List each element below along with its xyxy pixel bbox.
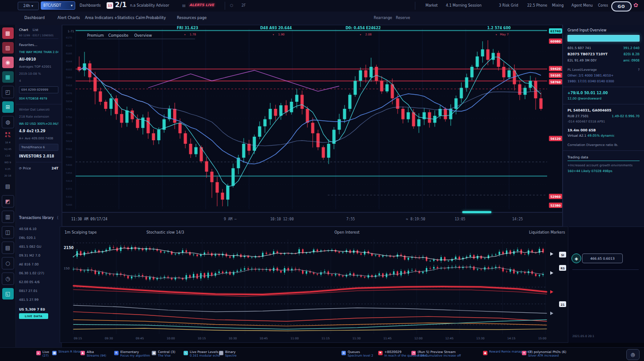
- alert-status[interactable]: ALERTS LIVE: [189, 3, 214, 7]
- clock-icon[interactable]: ◷: [2, 273, 14, 285]
- sidebar-item: Averages TOP 42001: [19, 63, 58, 70]
- sidebar-tabs[interactable]: ChartList: [19, 27, 58, 34]
- pane-title[interactable]: 1m Scalping tape: [65, 230, 97, 234]
- panel-row: +79/4.0 50.01 12.00: [567, 90, 640, 96]
- status-group[interactable]: ◫BinarySpectre: [219, 350, 237, 358]
- status-line2[interactable]: Focus my algorithm: [120, 354, 150, 358]
- stat-row[interactable]: 09.31 M2 7.0: [19, 251, 58, 260]
- flower-icon[interactable]: ◩: [2, 195, 14, 207]
- stat-row[interactable]: 481.5 082 GU: [19, 242, 58, 251]
- sidebar-field[interactable]: 694 A299-929999: [19, 86, 58, 93]
- stat-row[interactable]: 40.58 6.10: [19, 224, 58, 233]
- avatar[interactable]: ✿: [633, 2, 638, 8]
- pane-title[interactable]: Liquidation Markers: [529, 230, 565, 234]
- symbol-select[interactable]: BTC/USDT ▾: [41, 1, 75, 10]
- topbar-menu-item[interactable]: 3 Risk Grid: [499, 4, 518, 8]
- sidebar-item: INVESTORS 2.018: [19, 153, 58, 160]
- list-icon[interactable]: ▥: [2, 211, 14, 223]
- sidebar-button[interactable]: Trend/Finance 6: [19, 144, 58, 151]
- notification-badge[interactable]: 13: [107, 2, 113, 9]
- sidebar-tab[interactable]: List: [33, 28, 38, 32]
- layers-icon[interactable]: ▨: [2, 42, 14, 54]
- sidebar-item[interactable]: Favorites…: [19, 41, 58, 49]
- stat-row[interactable]: 0817 27.01: [19, 286, 58, 295]
- stat-row[interactable]: AE 816 7.00: [19, 260, 58, 269]
- circle-icon[interactable]: ○: [2, 257, 14, 269]
- camera-icon[interactable]: ◉: [2, 57, 14, 68]
- status-group[interactable]: ✦(2) polynomial PhDs (6)Silver ATR incre…: [522, 350, 566, 358]
- topbar-menu-item[interactable]: Agent Menu: [571, 4, 593, 8]
- status-line2[interactable]: (27): [42, 354, 49, 358]
- status-line2[interactable]: Spectrum level 2: [348, 354, 373, 358]
- sidebar-item[interactable]: 004 F/TDB58 4979: [19, 95, 58, 102]
- target-icon[interactable]: ◍: [2, 116, 14, 128]
- status-line2[interactable]: Streams (94): [87, 354, 106, 358]
- grid-icon[interactable]: ▩: [2, 27, 14, 39]
- indicator-panel[interactable]: 1m Scalping tapeStochastic slow 14/3Open…: [60, 227, 568, 343]
- menu-item[interactable]: Area Indicators: [85, 15, 113, 20]
- plus-icon[interactable]: ⊞: [2, 101, 14, 113]
- sidebar-item[interactable]: THE WAY MORE THAN 2.041: [19, 49, 58, 56]
- status-group[interactable]: ◔(Run 5) Preview Stream4:08 Cumulative i…: [411, 350, 461, 358]
- go-button[interactable]: GO: [611, 1, 632, 12]
- stat-row[interactable]: 06.30 1.02 (27): [19, 269, 58, 277]
- status-group[interactable]: ▸Live(27): [36, 350, 49, 358]
- status-line2[interactable]: Stream R library: [58, 350, 83, 354]
- record-badge[interactable]: ◎: [626, 349, 640, 360]
- menu-item[interactable]: Rearrange: [374, 16, 392, 20]
- stat-row[interactable]: 62.00 05 4/6: [19, 277, 58, 286]
- menu-item[interactable]: Resources page: [177, 15, 207, 20]
- live-data-button[interactable]: LIVE DATA: [19, 313, 48, 319]
- columns-icon[interactable]: ◫: [2, 226, 14, 238]
- status-group[interactable]: ♟AlbaStreams (94): [80, 350, 106, 358]
- status-line2[interactable]: 4:08 Cumulative increase off: [418, 354, 461, 358]
- timeframe-box[interactable]: 24h ▾: [18, 2, 39, 10]
- stat-row[interactable]: 481.5 27.99: [19, 295, 58, 304]
- sidebar-item[interactable]: WA 02 USD 300%+20.96/5: [19, 120, 58, 127]
- wallet-icon[interactable]: ◱: [2, 288, 14, 300]
- alert-text-tile[interactable]: B X4 %: [5, 131, 10, 138]
- status-group[interactable]: ▦Stream R library: [52, 350, 83, 355]
- menu-item[interactable]: Dashboard: [24, 15, 45, 20]
- dashboards-link[interactable]: Dashboards: [80, 4, 101, 8]
- price-input[interactable]: [567, 35, 640, 42]
- rows-icon[interactable]: ▤: [2, 242, 14, 254]
- menu-item[interactable]: Probability: [146, 15, 166, 20]
- topbar-menu-item[interactable]: 22.5 Phone: [527, 4, 547, 8]
- pane-title[interactable]: Stochastic slow 14/3: [146, 230, 184, 234]
- sidebar-tab[interactable]: Chart: [19, 28, 28, 32]
- topbar-menu-item[interactable]: Cores: [598, 4, 608, 8]
- advisor-label[interactable]: n.a Scalability Advisor: [130, 4, 169, 8]
- menu-item[interactable]: Reserve: [396, 16, 410, 20]
- topbar-menu-item[interactable]: Mixing: [552, 4, 564, 8]
- doc-icon[interactable]: ▤: [2, 180, 14, 192]
- status-line2[interactable]: Silver ATR increased: [528, 354, 566, 358]
- status-group[interactable]: ≣QueuesSpectrum level 2: [341, 350, 373, 358]
- stat-row[interactable]: DBL 020.1: [19, 233, 58, 242]
- menu-item[interactable]: Alert Charts: [58, 15, 80, 20]
- tool-icon[interactable]: ▤: [182, 4, 186, 8]
- panel-row[interactable]: 160+44 Likely 07028 49Bps: [567, 168, 640, 174]
- frame-icon[interactable]: ◰: [2, 86, 14, 98]
- topbar-menu-item[interactable]: Market: [426, 4, 438, 8]
- status-group[interactable]: ∿Live Power Levels0.161 modular echo: [184, 350, 220, 358]
- panel-row[interactable]: 12,00 @wondswward: [567, 96, 640, 101]
- status-line2[interactable]: Spectre: [225, 354, 237, 358]
- chart-scrollbar-handle[interactable]: [462, 211, 491, 213]
- topbar-mini-icon[interactable]: 2F: [242, 4, 246, 8]
- time-axis-bar[interactable]: 11:30 AM 09/17/249 AM —10:10 12:007:55≈ …: [62, 212, 563, 227]
- chart-icon[interactable]: ▦: [2, 71, 14, 83]
- main-candlestick-chart[interactable]: 6170612860866044600259605918587658345792…: [62, 25, 563, 212]
- menu-item[interactable]: +Statistics Calm: [114, 15, 145, 20]
- pane-title[interactable]: Open Interest: [334, 230, 360, 234]
- topbar-mini-icon[interactable]: ⬡: [230, 4, 233, 8]
- time-tick: 7:55: [346, 217, 355, 221]
- status-line2[interactable]: 0.161 modular echo: [190, 354, 220, 358]
- status-group[interactable]: RElementaryFocus my algorithm: [114, 350, 150, 358]
- status-line2[interactable]: The Vise: [158, 354, 175, 358]
- location-pin-icon[interactable]: ◈: [571, 253, 581, 263]
- status-group[interactable]: ▣Central (3)The Vise: [152, 350, 175, 358]
- coordinates-pill-button[interactable]: 466.65 0.6013: [582, 253, 623, 263]
- price-row[interactable]: ⟳ Price 24T: [19, 164, 58, 170]
- topbar-menu-item[interactable]: 4.1 Morning Session: [446, 4, 482, 8]
